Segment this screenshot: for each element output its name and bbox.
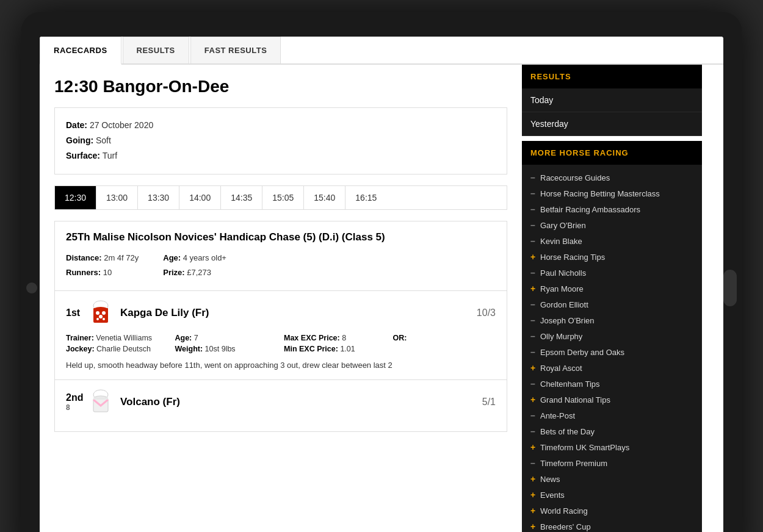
horse-header-2nd: 2nd 8 Volcano (Fr) xyxy=(66,389,496,415)
tablet-right-button xyxy=(723,270,737,306)
time-tab-1435[interactable]: 14:35 xyxy=(221,186,262,209)
min-exc-field: Min EXC Price: 1.01 xyxy=(284,345,387,353)
tablet-screen: RACECARDS RESULTS FAST RESULTS 12:30 Ban… xyxy=(40,37,723,532)
svg-rect-6 xyxy=(93,308,108,311)
svg-rect-8 xyxy=(93,397,108,400)
horse-odds-1st: 10/3 xyxy=(477,307,496,318)
horse-name-1st: Kapga De Lily (Fr) xyxy=(120,307,477,319)
race-detail-col-left: Distance: 2m 4f 72y Runners: 10 xyxy=(66,251,139,281)
main-content: 12:30 Bangor-On-Dee Date: 27 October 202… xyxy=(40,65,522,532)
sidebar-link-item[interactable]: +Events xyxy=(522,487,702,503)
or-field: OR: xyxy=(393,334,496,342)
position-1st: 1st xyxy=(66,307,87,318)
time-tab-1400[interactable]: 14:00 xyxy=(179,186,221,209)
race-going: Going: Soft xyxy=(66,133,496,148)
sidebar-link-item[interactable]: –Cheltenham Tips xyxy=(522,376,702,392)
horse-entry-2nd: 2nd 8 Volcano (Fr) xyxy=(54,380,507,432)
position-2nd: 2nd 8 xyxy=(66,392,87,412)
tab-fast-results[interactable]: FAST RESULTS xyxy=(190,37,281,63)
race-title: 25Th Malise Nicolson Novices' Handicap C… xyxy=(66,231,496,243)
tab-racecards[interactable]: RACECARDS xyxy=(40,37,121,65)
age-field: Age: 7 xyxy=(175,334,278,342)
sidebar-link-item[interactable]: –Gordon Elliott xyxy=(522,297,702,312)
sidebar-link-item[interactable]: +Ryan Moore xyxy=(522,281,702,297)
race-date: Date: 27 October 2020 xyxy=(66,118,496,133)
svg-point-1 xyxy=(96,311,99,315)
sidebar-link-item[interactable]: –Epsom Derby and Oaks xyxy=(522,344,702,360)
sidebar-link-item[interactable]: +News xyxy=(522,471,702,487)
sidebar-link-item[interactable]: +Grand National Tips xyxy=(522,392,702,408)
race-detail-col-right: Age: 4 years old+ Prize: £7,273 xyxy=(163,251,226,281)
top-navigation: RACECARDS RESULTS FAST RESULTS xyxy=(40,37,723,65)
horse-header-1st: 1st xyxy=(66,300,496,326)
sidebar-link-item[interactable]: +Timeform UK SmartPlays xyxy=(522,439,702,455)
svg-point-4 xyxy=(96,318,99,320)
sidebar: RESULTS Today Yesterday MORE HORSE RACIN… xyxy=(522,65,702,532)
content-area: 12:30 Bangor-On-Dee Date: 27 October 202… xyxy=(40,65,723,532)
time-tabs: 12:30 13:00 13:30 14:00 14:35 15:05 15:4… xyxy=(54,185,507,210)
race-info-box: Date: 27 October 2020 Going: Soft Surfac… xyxy=(54,107,507,174)
sidebar-link-item[interactable]: +Breeders' Cup xyxy=(522,519,702,532)
sidebar-more-header: MORE HORSE RACING xyxy=(522,141,702,165)
tab-results[interactable]: RESULTS xyxy=(123,37,189,63)
sidebar-link-item[interactable]: –Horse Racing Betting Masterclass xyxy=(522,185,702,201)
time-tab-1615[interactable]: 16:15 xyxy=(345,186,386,209)
sidebar-link-item[interactable]: +World Racing xyxy=(522,503,702,519)
svg-point-2 xyxy=(102,311,106,315)
trainer-field: Trainer: Venetia Williams xyxy=(66,334,169,342)
sidebar-link-item[interactable]: –Timeform Premium xyxy=(522,455,702,471)
horse-comment-1st: Held up, smooth headway before 11th, wen… xyxy=(66,359,496,372)
sidebar-link-item[interactable]: –Joseph O'Brien xyxy=(522,312,702,328)
sidebar-yesterday[interactable]: Yesterday xyxy=(522,112,702,136)
sidebar-link-item[interactable]: –Racecourse Guides xyxy=(522,170,702,185)
race-surface: Surface: Turf xyxy=(66,148,496,164)
time-tab-1505[interactable]: 15:05 xyxy=(262,186,304,209)
weight-field: Weight: 10st 9lbs xyxy=(175,345,278,353)
sidebar-link-item[interactable]: –Paul Nicholls xyxy=(522,265,702,281)
jockey-field: Jockey: Charlie Deutsch xyxy=(66,345,169,353)
time-tab-1300[interactable]: 13:00 xyxy=(96,186,138,209)
svg-point-5 xyxy=(103,318,105,320)
sidebar-results-header: RESULTS xyxy=(522,65,702,88)
horse-name-2nd: Volcano (Fr) xyxy=(120,396,482,408)
time-tab-1540[interactable]: 15:40 xyxy=(304,186,345,209)
tablet-frame: RACECARDS RESULTS FAST RESULTS 12:30 Ban… xyxy=(21,12,742,532)
horse-entry-1st: 1st xyxy=(54,291,507,381)
sidebar-link-item[interactable]: –Kevin Blake xyxy=(522,233,702,249)
race-details: Distance: 2m 4f 72y Runners: 10 Age: 4 y… xyxy=(66,251,496,281)
sidebar-link-item[interactable]: –Betfair Racing Ambassadors xyxy=(522,201,702,217)
sidebar-today[interactable]: Today xyxy=(522,88,702,112)
sidebar-link-item[interactable]: –Bets of the Day xyxy=(522,423,702,439)
race-title-box: 25Th Malise Nicolson Novices' Handicap C… xyxy=(54,221,507,291)
time-tab-1230[interactable]: 12:30 xyxy=(55,186,96,209)
sidebar-link-item[interactable]: –Olly Murphy xyxy=(522,328,702,344)
sidebar-link-item[interactable]: +Horse Racing Tips xyxy=(522,249,702,265)
tablet-left-button xyxy=(26,282,37,293)
sidebar-link-item[interactable]: –Gary O'Brien xyxy=(522,217,702,233)
max-exc-field: Max EXC Price: 8 xyxy=(284,334,387,342)
time-tab-1330[interactable]: 13:30 xyxy=(138,186,179,209)
svg-point-3 xyxy=(99,315,103,318)
silks-1st xyxy=(87,300,114,326)
horse-odds-2nd: 5/1 xyxy=(482,397,496,408)
sidebar-link-item[interactable]: –Ante-Post xyxy=(522,408,702,423)
page-title: 12:30 Bangor-On-Dee xyxy=(54,77,507,96)
sidebar-links: –Racecourse Guides–Horse Racing Betting … xyxy=(522,165,702,532)
sidebar-link-item[interactable]: +Royal Ascot xyxy=(522,360,702,376)
silks-2nd xyxy=(87,389,114,415)
horse-details-1st: Trainer: Venetia Williams Age: 7 Max EXC… xyxy=(66,334,496,353)
